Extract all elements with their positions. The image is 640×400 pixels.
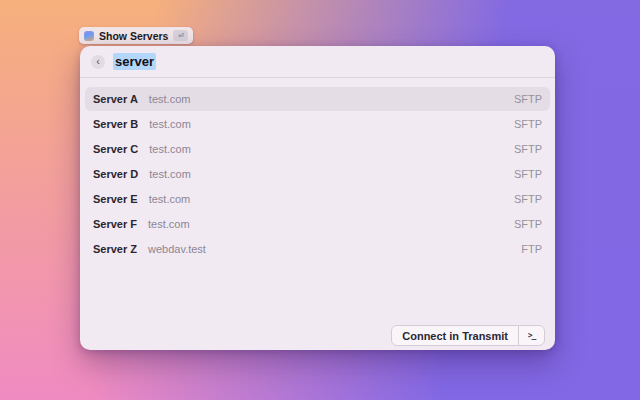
- desktop-background: Show Servers ⏎ ‹ server Server A test.co…: [0, 0, 640, 400]
- server-name: Server D: [93, 168, 138, 180]
- server-protocol: FTP: [521, 243, 542, 255]
- terminal-icon: >_: [519, 326, 544, 345]
- return-key-badge: ⏎: [173, 30, 188, 41]
- search-bar: ‹ server: [80, 46, 555, 77]
- quick-connect-panel: ‹ server Server A test.com SFTP Server B…: [80, 46, 555, 350]
- connect-in-transmit-button[interactable]: Connect in Transmit >_: [391, 325, 545, 346]
- server-host: test.com: [149, 118, 191, 130]
- server-name: Server B: [93, 118, 138, 130]
- server-name: Server F: [93, 218, 137, 230]
- chevron-left-icon: ‹: [96, 55, 100, 68]
- server-protocol: SFTP: [514, 93, 542, 105]
- server-row-b[interactable]: Server B test.com SFTP: [85, 112, 550, 136]
- server-name: Server E: [93, 193, 138, 205]
- back-button[interactable]: ‹: [91, 55, 105, 69]
- server-protocol: SFTP: [514, 218, 542, 230]
- server-row-a[interactable]: Server A test.com SFTP: [85, 87, 550, 111]
- server-row-e[interactable]: Server E test.com SFTP: [85, 187, 550, 211]
- server-name: Server Z: [93, 243, 137, 255]
- server-row-f[interactable]: Server F test.com SFTP: [85, 212, 550, 236]
- server-host: test.com: [149, 168, 191, 180]
- hint-label: Show Servers: [99, 30, 168, 42]
- server-protocol: SFTP: [514, 168, 542, 180]
- server-protocol: SFTP: [514, 143, 542, 155]
- server-host: test.com: [149, 93, 191, 105]
- transmit-app-icon: [84, 31, 94, 41]
- server-host: test.com: [148, 218, 190, 230]
- terminal-glyph: >_: [528, 331, 536, 340]
- server-row-z[interactable]: Server Z webdav.test FTP: [85, 237, 550, 261]
- search-query-selected-text: server: [113, 53, 156, 70]
- show-servers-hint[interactable]: Show Servers ⏎: [79, 27, 193, 44]
- server-name: Server C: [93, 143, 138, 155]
- server-host: webdav.test: [148, 243, 206, 255]
- server-protocol: SFTP: [514, 118, 542, 130]
- server-protocol: SFTP: [514, 193, 542, 205]
- server-name: Server A: [93, 93, 138, 105]
- server-list: Server A test.com SFTP Server B test.com…: [80, 78, 555, 261]
- server-host: test.com: [149, 193, 191, 205]
- server-row-d[interactable]: Server D test.com SFTP: [85, 162, 550, 186]
- search-input[interactable]: server: [113, 54, 156, 69]
- server-row-c[interactable]: Server C test.com SFTP: [85, 137, 550, 161]
- connect-button-label: Connect in Transmit: [392, 326, 518, 345]
- server-host: test.com: [149, 143, 191, 155]
